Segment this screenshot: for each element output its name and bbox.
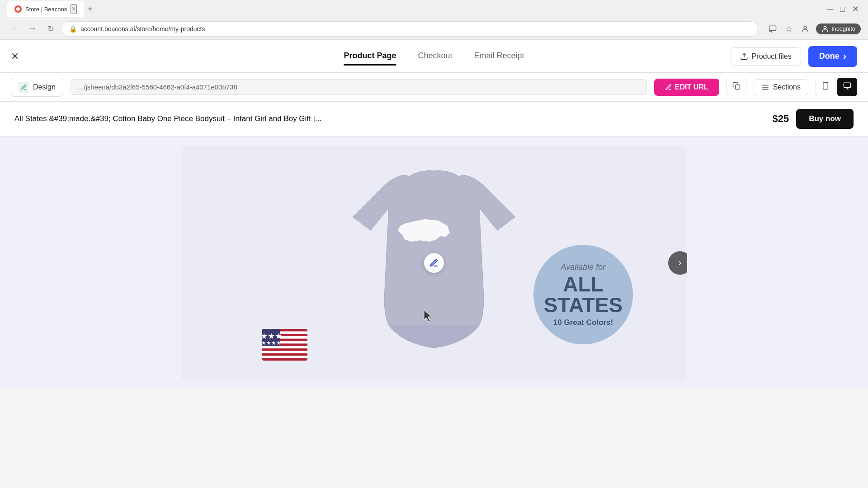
minimize-button[interactable]: ─	[825, 3, 835, 16]
badge-all-states-text: ALLSTATES	[544, 274, 623, 315]
tab-title: Store | Beacons	[25, 6, 67, 13]
svg-rect-1	[769, 26, 776, 31]
profile-icon[interactable]	[798, 22, 812, 36]
svg-text:★★★: ★★★	[262, 332, 282, 341]
close-window-button[interactable]: ✕	[850, 2, 861, 16]
new-tab-button[interactable]: +	[84, 2, 97, 16]
copy-button[interactable]	[726, 78, 746, 96]
browser-chrome: Store | Beacons × + ─ □ ✕ ← → ↻ 🔒 accoun…	[0, 0, 868, 40]
incognito-label: Incognito	[831, 25, 855, 32]
url-display: .../jsheena/db3a2f65-5560-4662-a0f4-a407…	[71, 79, 647, 95]
design-button[interactable]: Design	[11, 78, 63, 97]
window-controls: ─ □ ✕	[825, 2, 861, 16]
done-arrow: ›	[843, 51, 846, 62]
done-button[interactable]: Done ›	[808, 46, 857, 67]
svg-rect-20	[262, 351, 307, 353]
edit-url-button[interactable]: EDIT URL	[654, 79, 719, 96]
browser-nav: ← → ↻ 🔒 account.beacons.ai/store/home/my…	[0, 18, 868, 40]
design-label: Design	[33, 83, 56, 91]
buy-now-button[interactable]: Buy now	[796, 109, 854, 129]
app-close-button[interactable]: ✕	[11, 51, 19, 62]
active-tab[interactable]: Store | Beacons ×	[7, 1, 84, 17]
edit-url-label: EDIT URL	[675, 83, 708, 91]
copy-icon	[732, 82, 741, 90]
mobile-view-button[interactable]	[816, 78, 835, 96]
next-arrow-button[interactable]: ›	[668, 251, 687, 275]
svg-rect-5	[735, 85, 740, 89]
header-right: Product files Done ›	[731, 46, 857, 67]
product-files-label: Product files	[752, 52, 792, 61]
sections-button[interactable]: Sections	[754, 79, 808, 95]
lock-icon: 🔒	[69, 25, 77, 33]
product-files-button[interactable]: Product files	[731, 47, 801, 66]
product-title: All States &#39;made.&#39; Cotton Baby O…	[14, 114, 765, 123]
nav-icons: ☆	[765, 22, 812, 36]
url-text: .../jsheena/db3a2f65-5560-4662-a0f4-a407…	[78, 83, 237, 91]
svg-rect-21	[262, 356, 307, 358]
address-bar[interactable]: 🔒 account.beacons.ai/store/home/my-produ…	[61, 21, 758, 37]
badge-available-text: Available for	[561, 263, 606, 272]
svg-point-3	[824, 26, 826, 28]
product-page-tab[interactable]: Product Page	[344, 47, 396, 66]
design-icon	[19, 82, 29, 93]
app-header: ✕ Product Page Checkout Email Receipt Pr…	[0, 40, 868, 73]
bookmark-icon[interactable]: ☆	[782, 22, 796, 36]
flag-icon: ★★★ ★★★★	[262, 329, 307, 361]
edit-pencil-button[interactable]	[424, 253, 444, 273]
menu-icon	[761, 83, 769, 91]
onesie-container: made. Available for ALLSTATES 10 Great C…	[181, 145, 687, 380]
sections-label: Sections	[773, 83, 801, 91]
checkout-tab[interactable]: Checkout	[418, 47, 452, 66]
app-nav: Product Page Checkout Email Receipt	[344, 47, 524, 66]
browser-title-bar: Store | Beacons × + ─ □ ✕	[0, 0, 868, 18]
edit-icon	[429, 258, 439, 267]
upload-icon	[740, 52, 748, 61]
email-receipt-tab[interactable]: Email Receipt	[474, 47, 524, 66]
content-area: made. Available for ALLSTATES 10 Great C…	[0, 136, 868, 389]
forward-button[interactable]: →	[25, 22, 40, 36]
restore-button[interactable]: □	[838, 3, 847, 16]
svg-point-2	[804, 26, 807, 29]
svg-point-0	[16, 7, 20, 11]
svg-rect-11	[844, 83, 851, 88]
badge-colors-text: 10 Great Colors!	[553, 318, 613, 327]
desktop-icon	[843, 82, 851, 90]
done-label: Done	[819, 52, 840, 61]
mobile-icon	[821, 82, 830, 90]
svg-text:★★★★: ★★★★	[262, 340, 281, 346]
product-badge: Available for ALLSTATES 10 Great Colors!	[533, 245, 633, 344]
incognito-badge[interactable]: Incognito	[816, 23, 861, 34]
back-button[interactable]: ←	[7, 22, 22, 36]
pencil-icon	[665, 84, 672, 91]
tab-bar: Store | Beacons × +	[7, 1, 96, 17]
address-text: account.beacons.ai/store/home/my-product…	[80, 25, 205, 33]
reload-button[interactable]: ↻	[43, 22, 58, 36]
flag-container: ★★★ ★★★★	[262, 329, 307, 362]
desktop-view-button[interactable]	[837, 78, 857, 96]
svg-rect-19	[262, 346, 307, 348]
product-price: $25	[772, 113, 789, 125]
tab-favicon	[14, 5, 22, 13]
toolbar: Design .../jsheena/db3a2f65-5560-4662-a0…	[0, 73, 868, 102]
product-banner: All States &#39;made.&#39; Cotton Baby O…	[0, 102, 868, 136]
cast-icon[interactable]	[765, 22, 780, 36]
tab-close-button[interactable]: ×	[71, 4, 76, 14]
view-toggle	[816, 78, 857, 96]
product-card: made. Available for ALLSTATES 10 Great C…	[181, 145, 687, 380]
